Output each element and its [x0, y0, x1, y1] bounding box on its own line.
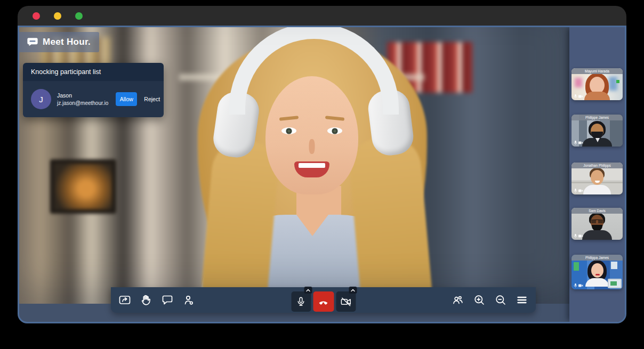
- chat-button[interactable]: [160, 293, 174, 307]
- meet-hour-logo: Meet Hour.: [19, 32, 99, 52]
- window-titlebar[interactable]: [18, 6, 626, 26]
- knocking-participant-row: J Jason jz.jason@meethour.io Allow Rejec…: [23, 81, 164, 117]
- participant-info: Jason jz.jason@meethour.io: [57, 92, 108, 106]
- logo-text: Meet Hour.: [43, 37, 91, 47]
- camera-off-button[interactable]: [336, 291, 356, 312]
- chat-icon: [161, 294, 174, 306]
- toolbar-center-group: [291, 291, 356, 312]
- participant-name: Jason: [57, 92, 108, 99]
- microphone-icon: [295, 296, 307, 307]
- knocking-panel-title: Knocking participant list: [23, 63, 164, 81]
- zoom-out-button[interactable]: [494, 293, 508, 307]
- allow-button[interactable]: Allow: [116, 92, 137, 106]
- mic-camera-status-icons: [574, 141, 583, 145]
- avatar: J: [31, 89, 51, 109]
- thumbnail-name: Philippa James: [571, 255, 623, 261]
- zoom-in-button[interactable]: [472, 293, 486, 307]
- share-screen-button[interactable]: [118, 293, 132, 307]
- microphone-options-caret[interactable]: [304, 287, 312, 294]
- knocking-participant-panel: Knocking participant list J Jason jz.jas…: [23, 63, 164, 117]
- thumbnail-name: Sam Davis: [571, 208, 623, 214]
- maximize-button[interactable]: [75, 12, 83, 20]
- framed-picture: [50, 159, 116, 214]
- thumbnail-name: Mayumi Harada: [571, 68, 623, 74]
- mouth: [294, 161, 329, 177]
- participant-thumbnail[interactable]: Philippe James: [571, 115, 623, 147]
- zoom-in-icon: [473, 294, 486, 306]
- minimize-button[interactable]: [54, 12, 61, 20]
- participant-thumbnail[interactable]: Philippa James: [571, 255, 623, 289]
- raise-hand-button[interactable]: [139, 293, 153, 307]
- camera-options-caret[interactable]: [349, 287, 357, 294]
- invite-participant-button[interactable]: [182, 293, 196, 307]
- mic-camera-status-icons: [574, 94, 583, 99]
- meeting-toolbar: [111, 287, 536, 313]
- thumbnail-name: Philippe James: [571, 115, 623, 120]
- mic-camera-status-icons: [574, 283, 583, 288]
- eye: [327, 127, 342, 134]
- share-screen-icon: [118, 294, 131, 306]
- participants-button[interactable]: [451, 293, 465, 307]
- reject-button[interactable]: Reject: [144, 96, 160, 102]
- eyebrow: [325, 116, 344, 121]
- window-controls: [33, 12, 83, 20]
- participants-filmstrip: Mayumi Harada Philippe James: [569, 27, 625, 322]
- nose: [309, 139, 315, 154]
- hang-up-icon: [317, 295, 330, 308]
- menu-button[interactable]: [515, 293, 529, 307]
- app-window: Meet Hour. Knocking participant list J J…: [18, 6, 626, 323]
- eye: [281, 127, 296, 134]
- camera-off-icon: [340, 296, 352, 308]
- participant-thumbnail[interactable]: Mayumi Harada: [571, 68, 623, 100]
- microphone-button[interactable]: [291, 291, 311, 312]
- participants-icon: [452, 294, 464, 306]
- eyebrow: [279, 116, 299, 121]
- mic-camera-status-icons: [574, 234, 583, 238]
- participant-thumbnail[interactable]: Sam Davis: [571, 208, 623, 240]
- hang-up-button[interactable]: [313, 291, 334, 312]
- close-button[interactable]: [33, 12, 40, 20]
- invite-participant-icon: [182, 294, 195, 306]
- meeting-stage: Meet Hour. Knocking participant list J J…: [18, 26, 626, 323]
- toolbar-right-group: [451, 293, 529, 307]
- mic-camera-status-icons: [574, 189, 583, 193]
- participant-email: jz.jason@meethour.io: [57, 100, 108, 106]
- chat-bubble-logo-icon: [27, 36, 38, 48]
- zoom-out-icon: [494, 294, 507, 306]
- thumbnail-name: Jonathan Philipps: [571, 163, 623, 168]
- raise-hand-icon: [140, 294, 152, 306]
- toolbar-left-group: [118, 293, 196, 307]
- participant-thumbnail[interactable]: Jonathan Philipps: [571, 163, 623, 194]
- menu-icon: [516, 294, 528, 306]
